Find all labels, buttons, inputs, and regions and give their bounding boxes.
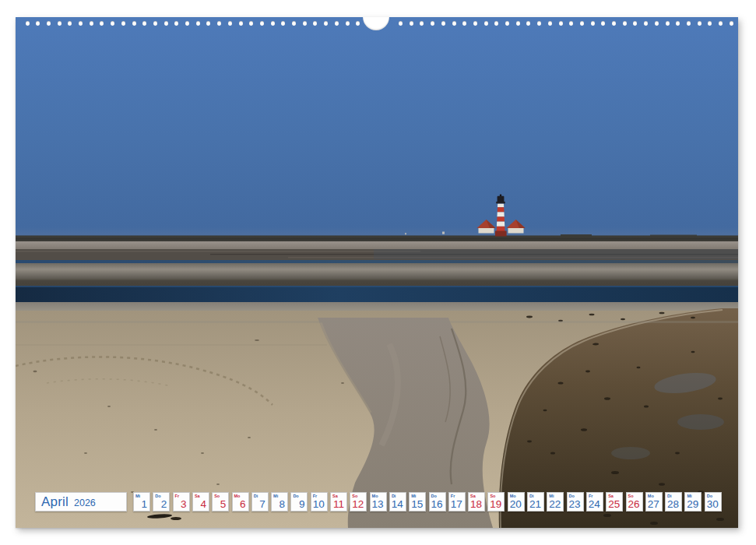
binding-hole xyxy=(281,21,285,26)
binding-hole xyxy=(100,21,104,26)
scene-details xyxy=(16,17,738,528)
binding-hole xyxy=(324,21,328,26)
binding-hole xyxy=(698,21,701,26)
binding-hole xyxy=(431,21,434,26)
binding-hole xyxy=(68,21,72,26)
binding-hole xyxy=(548,21,552,26)
binding-hole xyxy=(313,21,317,26)
binding-hole xyxy=(526,21,530,26)
binding-hole xyxy=(623,21,627,26)
binding-hole xyxy=(591,21,595,26)
binding-hole xyxy=(719,21,723,26)
binding-hole xyxy=(121,21,125,26)
tidal-creek xyxy=(318,318,493,528)
binding-hole xyxy=(484,21,488,26)
binding-hole xyxy=(708,21,712,26)
left-house-wall xyxy=(479,228,494,234)
binding-hole xyxy=(47,21,51,26)
binding-hole xyxy=(666,21,670,26)
binding-hole xyxy=(90,21,93,26)
binding-hole xyxy=(612,21,616,26)
binding-hole xyxy=(473,21,477,26)
calendar-photo: April 2026 Mi1Do2Fr3Sa4So5Mo6Di7Mi8Do9Fr… xyxy=(16,17,738,528)
binding-hole xyxy=(26,21,30,26)
binding-hole xyxy=(271,21,275,26)
binding-hole xyxy=(601,21,605,26)
binding-hole xyxy=(111,21,114,26)
binding-hole xyxy=(730,21,733,26)
sand-specks xyxy=(33,339,345,508)
binding-hole xyxy=(537,21,541,26)
binding-hole xyxy=(217,21,221,26)
binding-hole xyxy=(410,21,413,26)
binding-hole xyxy=(335,21,339,26)
binding-hole xyxy=(356,21,360,26)
binding-hole xyxy=(174,21,178,26)
binding-hole xyxy=(559,21,563,26)
tide-mark-arc xyxy=(16,357,273,405)
binding-hole xyxy=(153,21,157,26)
binding-hole xyxy=(462,21,466,26)
binding-hole xyxy=(196,21,200,26)
binding-hole xyxy=(441,21,445,26)
binding-hole xyxy=(580,21,584,26)
binding-hole xyxy=(79,21,83,26)
binding-hole xyxy=(505,21,509,26)
right-house-wall xyxy=(508,228,524,234)
binding-hole xyxy=(249,21,253,26)
binding-hole xyxy=(36,21,40,26)
binding-hole xyxy=(206,21,210,26)
binding-hole xyxy=(142,21,146,26)
binding-hole xyxy=(399,21,403,26)
binding-hole xyxy=(346,21,350,26)
calendar-mockup-page: { "calendar": { "month": "April", "year"… xyxy=(0,0,756,545)
driftwood-debris xyxy=(147,513,172,519)
binding-hole xyxy=(655,21,659,26)
binding-hole xyxy=(185,21,189,26)
binding-hole xyxy=(164,21,168,26)
binding-hole xyxy=(687,21,691,26)
binding-hole xyxy=(452,21,456,26)
binding-hole xyxy=(292,21,296,26)
binding-hole xyxy=(420,21,424,26)
binding-hole xyxy=(239,21,243,26)
binding-hole xyxy=(516,21,520,26)
binding-hole xyxy=(228,21,232,26)
binding-hole xyxy=(260,21,264,26)
binding-hole xyxy=(132,21,136,26)
binding-hole xyxy=(676,21,680,26)
binding-hole xyxy=(58,21,62,26)
binding-hole xyxy=(494,21,498,26)
binding-hole xyxy=(303,21,307,26)
binding-hole xyxy=(569,21,573,26)
binding-hole xyxy=(644,21,648,26)
lighthouse xyxy=(405,195,526,237)
binding-hole xyxy=(633,21,637,26)
